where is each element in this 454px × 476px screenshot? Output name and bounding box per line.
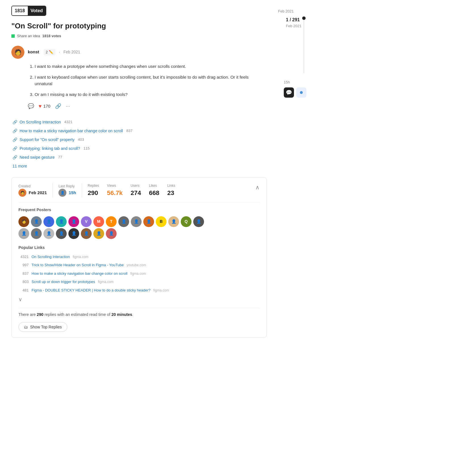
poster-avatar[interactable]: V — [81, 216, 92, 227]
stat-created: Created 🧑 Feb 2021 — [18, 184, 47, 197]
timeline: Feb 2021 1 / 291 Feb 2021 15h 💬 — [278, 9, 312, 98]
sidebar-dot-button[interactable] — [296, 87, 306, 98]
popular-link-domain: figma.com — [153, 288, 169, 293]
likes-label: Likes — [149, 183, 159, 188]
links-label: Links — [167, 183, 175, 188]
author-row: 🧑 konst 2 ✏️ · Feb 2021 — [11, 46, 267, 59]
like-count: 170 — [43, 103, 51, 110]
popular-link-domain: figma.com — [130, 271, 146, 276]
list-item: I want to keyboard collapse when user st… — [35, 74, 267, 87]
more-links-button[interactable]: 11 more — [12, 163, 267, 169]
popular-link-0[interactable]: On Scrolling Interaction — [31, 254, 70, 260]
expand-links-button[interactable]: ∨ — [18, 296, 260, 303]
post-meta: Share an idea 1818 votes — [11, 33, 267, 39]
pencil-icon: ✏️ — [49, 49, 53, 55]
list-item: Or am I missing a way to do it with exis… — [35, 91, 267, 98]
sidebar-bottom-section: 15h 💬 — [284, 79, 306, 98]
replies-value: 290 — [88, 188, 99, 198]
popular-link-row: 481 Figma - DOUBLE STICKY HEADER | How t… — [18, 288, 260, 293]
link-icon-4: 🔗 — [12, 154, 17, 160]
related-link-2[interactable]: 🔗 Support for "On scroll" property 403 — [12, 137, 267, 143]
poster-avatar[interactable]: B — [156, 216, 167, 227]
votes-count: 1818 votes — [42, 33, 61, 39]
author-avatar: 🧑 — [11, 46, 24, 59]
poster-avatar[interactable]: 👤 — [168, 216, 179, 227]
popular-link-count: 837 — [18, 271, 29, 276]
poster-avatar[interactable]: 👤 — [56, 216, 67, 227]
users-value: 274 — [131, 188, 141, 198]
more-icon[interactable]: ··· — [66, 102, 70, 110]
poster-avatar[interactable]: 👤 — [118, 216, 129, 227]
popular-link-4[interactable]: Figma - DOUBLE STICKY HEADER | How to do… — [31, 288, 150, 293]
popular-link-count: 803 — [18, 279, 29, 285]
poster-avatar[interactable]: 👤 — [68, 216, 79, 227]
created-date: Feb 2021 — [29, 190, 47, 196]
collapse-button[interactable]: ∧ — [255, 183, 260, 192]
sidebar-chat-button[interactable]: 💬 — [284, 87, 294, 98]
popular-links-label: Popular Links — [18, 245, 260, 251]
post-body: I want to make a prototype where somethi… — [28, 63, 267, 98]
frequent-posters-section: Frequent Posters 🧑 👤 👤 👤 👤 V M T 👤 👤 👤 B… — [18, 207, 260, 239]
summary-card: Created 🧑 Feb 2021 Last Reply 👤 15h — [11, 177, 267, 338]
poster-avatar[interactable]: 👤 — [18, 228, 29, 239]
popular-link-2[interactable]: How to make a sticky navigation bar chan… — [31, 271, 127, 276]
read-time-duration: 20 minutes — [112, 312, 132, 317]
popular-link-1[interactable]: Trick to Show/Hide Header on Scroll in F… — [31, 262, 124, 268]
poster-avatar[interactable]: 👤 — [43, 216, 54, 227]
show-replies-button[interactable]: 🗂 Show Top Replies — [18, 322, 67, 332]
read-time-replies: 290 — [37, 312, 43, 317]
poster-avatar[interactable]: Q — [181, 216, 192, 227]
link-icon-0: 🔗 — [12, 119, 17, 125]
poster-avatar[interactable]: 👤 — [31, 216, 42, 227]
post-list: I want to make a prototype where somethi… — [28, 63, 267, 98]
poster-avatar[interactable]: 👤 — [31, 228, 42, 239]
replies-label: Replies — [88, 183, 99, 188]
poster-avatar[interactable]: 👤 — [43, 228, 54, 239]
popular-link-row: 4321 On Scrolling Interaction figma.com — [18, 254, 260, 260]
frequent-posters-label: Frequent Posters — [18, 207, 260, 213]
created-label: Created — [18, 184, 47, 189]
stat-likes: Likes 668 — [149, 183, 159, 198]
stat-users: Users 274 — [131, 183, 141, 198]
like-button[interactable]: ♥ 170 — [39, 102, 51, 110]
popular-link-row: 837 How to make a sticky navigation bar … — [18, 271, 260, 276]
stat-last-reply: Last Reply 👤 15h — [58, 184, 76, 197]
heart-icon: ♥ — [39, 102, 42, 110]
poster-avatar[interactable]: 👤 — [56, 228, 67, 239]
poster-avatar[interactable]: 🧑 — [18, 216, 29, 227]
related-link-1[interactable]: 🔗 How to make a sticky navigation bar ch… — [12, 128, 267, 134]
poster-avatar[interactable]: 👤 — [106, 228, 117, 239]
related-link-3[interactable]: 🔗 Prototyping: linking tab and scroll? 1… — [12, 146, 267, 152]
author-name[interactable]: konst — [28, 49, 39, 55]
comment-icon[interactable]: 💬 — [28, 102, 34, 110]
popular-link-count: 481 — [18, 288, 29, 293]
poster-avatar[interactable]: M — [93, 216, 104, 227]
stat-links: Links 23 — [167, 183, 175, 198]
link-icon-3: 🔗 — [12, 146, 17, 152]
poster-avatar[interactable]: 👤 — [131, 216, 142, 227]
edit-badge: 2 ✏️ — [44, 49, 55, 56]
poster-avatar[interactable]: 👤 — [193, 216, 204, 227]
post-title: "On Scroll" for prototyping — [11, 20, 267, 32]
link-icon[interactable]: 🔗 — [55, 102, 61, 110]
views-label: Views — [107, 183, 123, 188]
poster-avatar[interactable]: T — [106, 216, 117, 227]
popular-link-domain: youtube.com — [127, 263, 146, 268]
post-actions: 💬 ♥ 170 🔗 ··· — [28, 102, 267, 110]
show-replies-label: Show Top Replies — [30, 325, 62, 329]
likes-value: 668 — [149, 188, 159, 198]
popular-link-domain: figma.com — [73, 254, 88, 259]
poster-avatar[interactable]: 👤 — [68, 228, 79, 239]
poster-avatar[interactable]: 👤 — [93, 228, 104, 239]
related-link-4[interactable]: 🔗 Need swipe gesture 77 — [12, 154, 267, 160]
last-reply-avatar: 👤 — [58, 189, 66, 197]
edit-count: 2 — [46, 49, 48, 55]
popular-link-3[interactable]: Scroll up or down trigger for prototypes — [31, 279, 95, 285]
timeline-fraction: 1 / 291 — [286, 16, 300, 23]
stat-views: Views 56.7k — [107, 183, 123, 198]
poster-avatar[interactable]: 👤 — [143, 216, 154, 227]
poster-avatar[interactable]: 👤 — [81, 228, 92, 239]
vote-badge[interactable]: 1818 Voted — [11, 6, 46, 16]
read-time-after: . — [132, 312, 133, 317]
related-link-0[interactable]: 🔗 On Scrolling Interaction 4321 — [12, 119, 267, 125]
